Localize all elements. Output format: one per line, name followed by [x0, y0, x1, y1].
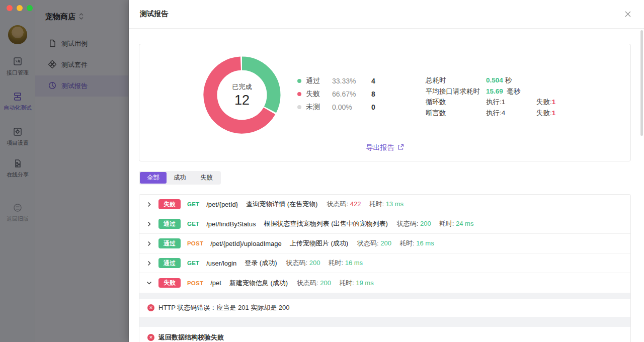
chevron-right-icon[interactable]: [146, 260, 152, 266]
filter-success[interactable]: 成功: [167, 172, 193, 184]
http-method: POST: [187, 280, 203, 286]
legend-count: 0: [371, 103, 375, 111]
api-name: 查询宠物详情 (在售宠物): [246, 200, 317, 209]
error-status-code: ✕ HTTP 状态码错误：应当是 201 实际却是 200: [139, 299, 630, 317]
status-code: 状态码: 200: [297, 279, 331, 288]
api-path: /pet/{petId}/uploadImage: [210, 240, 282, 247]
result-row[interactable]: 通过 GET /pet/findByStatus 根据状态查找宠物列表 (出售中…: [139, 214, 630, 234]
stat-loops: 循环数 执行:1 失败:1: [426, 97, 555, 108]
stat-total-time: 总耗时 0.504 秒: [426, 75, 555, 86]
error-icon: ✕: [147, 304, 154, 311]
segmented-control: 全部 成功 失败: [139, 171, 221, 185]
result-list: 失败 GET /pet/{petId} 查询宠物详情 (在售宠物) 状态码: 4…: [139, 194, 631, 342]
chevron-right-icon[interactable]: [146, 201, 152, 207]
api-name: 根据状态查找宠物列表 (出售中的宠物列表): [264, 219, 388, 228]
chart-legend: 通过 33.33% 4 失败 66.67% 8 未测 0.00% 0: [297, 74, 375, 114]
minimize-window-button[interactable]: [17, 5, 23, 11]
summary-stats: 总耗时 0.504 秒 平均接口请求耗时 15.69 毫秒 循环数 执行:1 失…: [426, 75, 555, 119]
error-icon: ✕: [147, 334, 154, 341]
status-badge: 失败: [158, 278, 181, 288]
stat-exec: 执行:4: [486, 109, 536, 118]
status-code: 状态码: 200: [286, 259, 320, 268]
legend-row-pass: 通过 33.33% 4: [297, 74, 375, 88]
status-badge: 通过: [158, 238, 181, 248]
legend-percent: 0.00%: [332, 103, 371, 111]
error-schema-validation: ✕ 返回数据结构校验失败 1. $ 应当有必需属性 success: [139, 327, 630, 342]
chevron-down-icon[interactable]: [146, 280, 152, 286]
window-controls: [7, 5, 33, 11]
modal-body: 已完成 12 通过 33.33% 4 失败 66.67% 8: [129, 29, 644, 342]
donut-center: 已完成 12: [203, 56, 281, 134]
chevron-right-icon[interactable]: [146, 240, 152, 246]
legend-count: 4: [371, 77, 375, 85]
legend-percent: 66.67%: [332, 90, 371, 98]
test-report-modal: 测试报告 已完成 12 通过 33.33% 4: [129, 0, 644, 342]
api-name: 上传宠物图片 (成功): [290, 239, 348, 248]
result-row[interactable]: 失败 GET /pet/{petId} 查询宠物详情 (在售宠物) 状态码: 4…: [139, 195, 630, 214]
stat-avg-time: 平均接口请求耗时 15.69 毫秒: [426, 86, 555, 97]
stat-value: 15.69 毫秒: [486, 87, 536, 96]
elapsed-time: 耗时: 19 ms: [339, 279, 374, 288]
http-method: POST: [187, 240, 203, 246]
modal-header: 测试报告: [129, 0, 644, 29]
http-method: GET: [187, 201, 199, 207]
status-code: 状态码: 422: [327, 200, 361, 209]
close-icon[interactable]: [622, 8, 634, 20]
status-code: 状态码: 200: [357, 239, 391, 248]
status-badge: 通过: [158, 258, 181, 268]
legend-count: 8: [371, 90, 375, 98]
elapsed-time: 耗时: 16 ms: [328, 259, 363, 268]
completed-label: 已完成: [232, 82, 252, 92]
scrollbar-thumb[interactable]: [640, 30, 643, 136]
api-name: 登录 (成功): [245, 259, 277, 268]
export-row: 导出报告: [139, 143, 630, 152]
zoom-window-button[interactable]: [27, 5, 33, 11]
result-row[interactable]: 通过 POST /pet/{petId}/uploadImage 上传宠物图片 …: [139, 234, 630, 253]
elapsed-time: 耗时: 13 ms: [369, 200, 404, 209]
status-badge: 失败: [158, 199, 181, 209]
api-path: /pet/{petId}: [206, 201, 238, 208]
filter-all[interactable]: 全部: [140, 172, 167, 184]
elapsed-time: 耗时: 16 ms: [399, 239, 434, 248]
elapsed-time: 耗时: 24 ms: [439, 219, 474, 228]
export-report-link[interactable]: 导出报告: [366, 143, 404, 152]
result-row-expanded[interactable]: 失败 POST /pet 新建宠物信息 (成功) 状态码: 200 耗时: 19…: [139, 273, 630, 293]
error-title: ✕ 返回数据结构校验失败: [147, 333, 622, 342]
legend-dot-pass: [297, 79, 301, 83]
legend-row-fail: 失败 66.67% 8: [297, 88, 375, 101]
stat-fail: 失败:1: [536, 98, 555, 107]
status-badge: 通过: [158, 219, 181, 228]
legend-label: 失败: [306, 90, 332, 99]
legend-dot-untested: [297, 105, 301, 109]
row-detail-panel: ✕ HTTP 状态码错误：应当是 201 实际却是 200 ✕ 返回数据结构校验…: [139, 293, 630, 342]
summary-card: 已完成 12 通过 33.33% 4 失败 66.67% 8: [139, 44, 631, 161]
stat-exec: 执行:1: [486, 98, 536, 107]
http-method: GET: [187, 221, 199, 227]
http-method: GET: [187, 260, 199, 266]
filter-fail[interactable]: 失败: [193, 172, 220, 184]
stat-label: 循环数: [426, 98, 486, 107]
external-link-icon: [397, 144, 404, 152]
legend-dot-fail: [297, 92, 301, 96]
stat-value: 0.504 秒: [486, 76, 536, 85]
filter-tabs: 全部 成功 失败: [139, 171, 631, 185]
api-path: /pet: [210, 279, 221, 287]
api-name: 新建宠物信息 (成功): [229, 279, 288, 288]
api-path: /pet/findByStatus: [206, 220, 256, 228]
legend-label: 通过: [306, 76, 332, 86]
close-window-button[interactable]: [7, 5, 13, 11]
modal-title: 测试报告: [140, 10, 168, 19]
result-row[interactable]: 通过 GET /user/login 登录 (成功) 状态码: 200 耗时: …: [139, 253, 630, 273]
api-path: /user/login: [206, 260, 236, 267]
stat-label: 总耗时: [426, 76, 486, 85]
chevron-right-icon[interactable]: [146, 221, 152, 227]
donut-chart: 已完成 12: [203, 56, 281, 134]
stat-label: 断言数: [426, 109, 486, 118]
stat-assertions: 断言数 执行:4 失败:1: [426, 108, 555, 119]
stat-label: 平均接口请求耗时: [426, 87, 486, 96]
completed-value: 12: [234, 93, 250, 108]
legend-percent: 33.33%: [332, 77, 371, 85]
legend-label: 未测: [306, 103, 332, 112]
status-code: 状态码: 200: [397, 219, 431, 228]
legend-row-untested: 未测 0.00% 0: [297, 101, 375, 114]
